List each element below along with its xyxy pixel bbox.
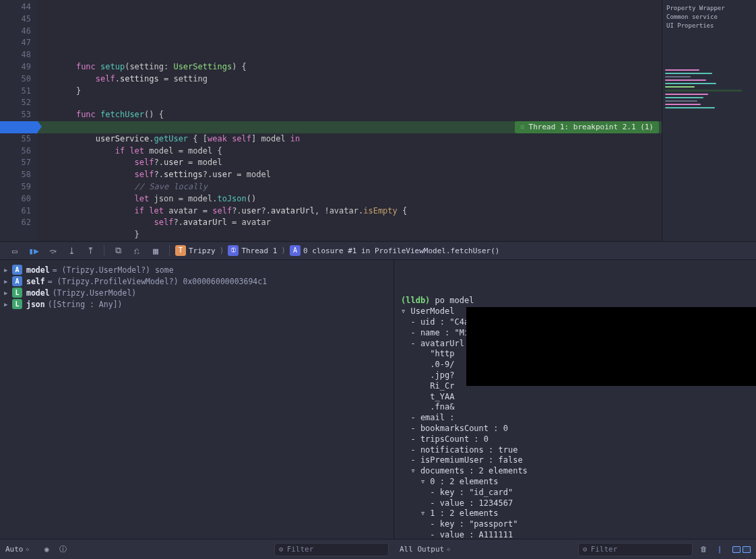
- pane-toggle[interactable]: [730, 546, 751, 553]
- debug-toolbar: ▭ ▮▶ ⤼ ⤓ ⤒ ⧉ ⎌ ▦ TTripzy⟩①Thread 1⟩A0 cl…: [0, 241, 756, 260]
- debug-bottom-bar: Auto ◇ ◉ ⓘ ⊜ Filter All Output ◇ ⊜ Filte…: [0, 539, 756, 559]
- step-out-icon[interactable]: ⤒: [84, 244, 96, 257]
- variable-row[interactable]: ▶Ljson([String : Any]): [4, 298, 389, 310]
- all-output-label: All Output: [400, 545, 444, 554]
- threads-icon[interactable]: ⎌: [131, 244, 143, 257]
- minimap[interactable]: Property WrapperCommon serviceUI Propert…: [662, 0, 756, 241]
- variables-pane[interactable]: ▶Amodel= (Tripzy.UserModel?) some▶Aself=…: [0, 260, 394, 539]
- auto-selector[interactable]: Auto ◇: [5, 545, 29, 554]
- filter-placeholder: Filter: [287, 545, 314, 554]
- continue-icon[interactable]: ▮▶: [28, 244, 40, 257]
- code-editor[interactable]: 44454647484950515253545556575859606162 ≡…: [0, 0, 756, 241]
- step-into-icon[interactable]: ⤓: [65, 244, 77, 257]
- filter-icon: ⊜: [583, 545, 588, 554]
- minimap-section[interactable]: Common service: [666, 13, 752, 20]
- filter-placeholder: Filter: [591, 545, 618, 554]
- code-area[interactable]: ≡ Thread 1: breakpoint 2.1 (1) func setu…: [38, 0, 662, 241]
- debug-area: ▶Amodel= (Tripzy.UserModel?) some▶Aself=…: [0, 260, 756, 539]
- console-pane[interactable]: (lldb) po model ▿ UserModel - uid : "C4a…: [394, 260, 756, 539]
- breadcrumb[interactable]: TTripzy⟩①Thread 1⟩A0 closure #1 in Profi…: [174, 245, 501, 256]
- breakpoint-banner[interactable]: ≡ Thread 1: breakpoint 2.1 (1): [515, 121, 659, 133]
- breakpoint-banner-text: Thread 1: breakpoint 2.1 (1): [529, 121, 654, 133]
- console-filter[interactable]: ⊜ Filter: [578, 543, 693, 556]
- variable-row[interactable]: ▶Amodel= (Tripzy.UserModel?) some: [4, 264, 389, 275]
- line-gutter: 44454647484950515253545556575859606162: [0, 0, 38, 241]
- redacted-block: [466, 307, 756, 386]
- step-over-icon[interactable]: ⤼: [46, 244, 59, 257]
- filter-icon: ⊜: [279, 545, 284, 554]
- minimap-section[interactable]: UI Properties: [666, 22, 752, 29]
- variable-row[interactable]: ▶Aself= (Tripzy.ProfileViewModel?) 0x000…: [4, 275, 389, 287]
- breakpoint-marker[interactable]: [0, 121, 38, 133]
- minimap-bars: [665, 67, 751, 110]
- eye-icon[interactable]: ◉: [41, 544, 52, 555]
- minimap-section[interactable]: Property Wrapper: [666, 5, 752, 11]
- variables-filter[interactable]: ⊜ Filter: [274, 543, 389, 556]
- info-icon[interactable]: ⓘ: [57, 544, 68, 555]
- trash-icon[interactable]: 🗑: [698, 544, 709, 555]
- debug-view-icon[interactable]: ⧉: [112, 244, 124, 257]
- variable-row[interactable]: ▶Lmodel(Tripzy.UserModel): [4, 287, 389, 298]
- auto-label: Auto: [5, 545, 24, 554]
- disable-breakpoints-icon[interactable]: ▭: [9, 244, 21, 257]
- memory-icon[interactable]: ▦: [150, 244, 162, 257]
- menu-icon: ≡: [520, 121, 525, 133]
- output-selector[interactable]: All Output ◇: [400, 545, 450, 554]
- pipe-icon[interactable]: |: [714, 544, 725, 555]
